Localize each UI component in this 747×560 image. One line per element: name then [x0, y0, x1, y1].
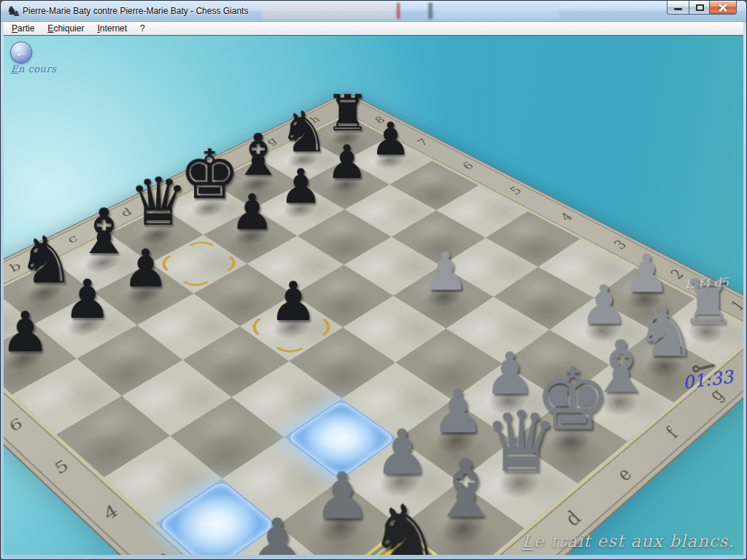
- maximize-icon: [696, 4, 704, 11]
- title-bar[interactable]: ♞♟ Pierre-Marie Baty contre Pierre-Marie…: [1, 1, 746, 22]
- glass-reflection: [436, 3, 560, 19]
- menu-item-?[interactable]: ?: [133, 23, 152, 34]
- board-square-f4[interactable]: ♟♟: [393, 266, 493, 329]
- game-state-link[interactable]: En cours: [11, 63, 56, 74]
- window-controls: [667, 1, 737, 15]
- maximize-button[interactable]: [689, 1, 710, 15]
- menu-item-internet[interactable]: Internet: [90, 23, 133, 34]
- menu-item-partie[interactable]: Partie: [5, 23, 41, 34]
- glass-reflection: [397, 3, 400, 19]
- chess-board-3d: 87654321 87654321 abcdefgh abcdefgh ♜♜♞♞…: [4, 116, 743, 555]
- app-chess-knight-icon: ♞♟: [7, 4, 20, 18]
- menu-bar: PartieEchiquierInternet?: [4, 22, 743, 36]
- window-title: Pierre-Marie Baty contre Pierre-Marie Ba…: [23, 6, 248, 16]
- minimize-button[interactable]: [667, 1, 689, 15]
- left-arrow-icon: ←: [15, 46, 28, 59]
- board-square-a7[interactable]: ♟♟: [4, 324, 77, 394]
- close-button[interactable]: [710, 1, 737, 15]
- minimize-icon: [674, 8, 682, 10]
- move-list: 1. f4 d5: [684, 275, 729, 291]
- game-viewport: 87654321 87654321 abcdefgh abcdefgh ♜♜♞♞…: [4, 36, 743, 555]
- glass-reflection: [262, 3, 397, 19]
- board-square-d5[interactable]: ♟♟: [240, 295, 343, 361]
- menu-item-echiquier[interactable]: Echiquier: [41, 23, 90, 34]
- turn-status-text: Le trait est aux blancs.: [522, 532, 735, 551]
- glass-reflection: [428, 3, 433, 19]
- back-button[interactable]: ←: [10, 42, 32, 63]
- application-window: ♞♟ Pierre-Marie Baty contre Pierre-Marie…: [0, 0, 747, 560]
